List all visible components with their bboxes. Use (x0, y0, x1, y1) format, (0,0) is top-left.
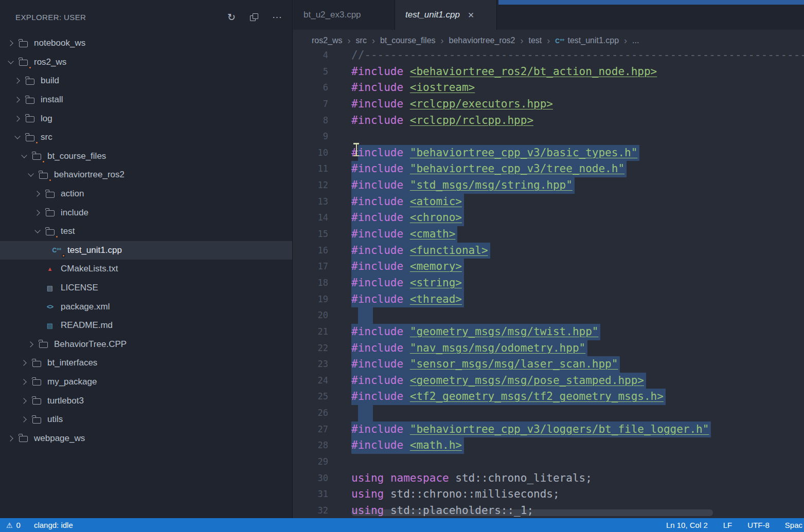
chevron-down-icon[interactable] (5, 61, 16, 63)
tree-item-LICENSE[interactable]: ▤LICENSE (0, 279, 292, 298)
language-server-status[interactable]: clangd: idle (34, 521, 73, 529)
code-line-15[interactable]: 15#include <cmath> (293, 226, 804, 243)
tree-item-include[interactable]: include (0, 203, 292, 222)
horizontal-scrollbar[interactable] (351, 509, 713, 516)
indentation-indicator[interactable]: Spac (785, 521, 802, 529)
problems-indicator[interactable]: ⚠ 0 (6, 521, 21, 529)
code-line-6[interactable]: 6#include <iostream> (293, 80, 804, 96)
code-line-8[interactable]: 8#include <rclcpp/rclcpp.hpp> (293, 113, 804, 129)
encoding-indicator[interactable]: UTF-8 (747, 521, 770, 529)
tree-item-my_package[interactable]: my_package (0, 373, 292, 392)
breadcrumb-item-bt_course_files[interactable]: bt_course_files (380, 36, 436, 45)
tree-item-README.md[interactable]: ▤README.md (0, 316, 292, 335)
tree-item-BehaviorTree.CPP[interactable]: BehaviorTree.CPP (0, 335, 292, 354)
code-line-18[interactable]: 18#include <string> (293, 275, 804, 291)
code-line-21[interactable]: 21#include "geometry_msgs/msg/twist.hpp" (293, 324, 804, 340)
breadcrumb-item-test[interactable]: test (529, 36, 542, 45)
code-line-20[interactable]: 20 (293, 307, 804, 324)
breadcrumb-item-src[interactable]: src (356, 36, 367, 45)
code-text: #include <atomic> (351, 194, 462, 210)
tree-item-package.xml[interactable]: <>package.xml (0, 297, 292, 316)
refresh-icon[interactable]: ↻ (227, 11, 236, 23)
tree-item-ros2_ws[interactable]: ros2_ws (0, 53, 292, 72)
eol-indicator[interactable]: LF (723, 521, 732, 529)
chevron-right-icon[interactable] (19, 380, 30, 384)
collapse-folders-icon[interactable] (250, 13, 258, 21)
code-line-4[interactable]: 4//-------------------------------------… (293, 47, 804, 64)
file-tree: notebook_wsros2_wsbuildinstalllogsrcbt_c… (0, 34, 292, 448)
tree-item-label: utils (47, 414, 63, 425)
tree-item-action[interactable]: action (0, 185, 292, 204)
code-line-30[interactable]: 30using namespace std::chrono_literals; (293, 470, 804, 487)
tree-item-bt_course_files[interactable]: bt_course_files (0, 147, 292, 166)
chevron-right-icon[interactable] (12, 117, 23, 121)
chevron-right-icon[interactable] (12, 98, 23, 102)
code-line-25[interactable]: 25#include <tf2_geometry_msgs/tf2_geomet… (293, 389, 804, 405)
chevron-right-icon[interactable] (19, 361, 30, 365)
code-text: #include "behaviortree_cpp_v3/loggers/bt… (351, 421, 709, 438)
chevron-right-icon[interactable] (19, 399, 30, 403)
tree-item-src[interactable]: src (0, 128, 292, 147)
chevron-right-icon[interactable] (32, 192, 43, 196)
code-line-9[interactable]: 9 (293, 129, 804, 145)
code-line-13[interactable]: 13#include <atomic> (293, 194, 804, 210)
chevron-right-icon[interactable] (19, 417, 30, 421)
chevron-down-icon[interactable] (25, 174, 37, 176)
code-line-23[interactable]: 23#include "sensor_msgs/msg/laser_scan.h… (293, 356, 804, 373)
code-line-17[interactable]: 17#include <memory> (293, 259, 804, 275)
tree-item-test[interactable]: test (0, 222, 292, 241)
breadcrumb-item-ros2_ws[interactable]: ros2_ws (312, 36, 343, 45)
tab-bt_u2_ex3.cpp[interactable]: bt_u2_ex3.cpp (293, 0, 395, 30)
line-number: 8 (293, 113, 328, 129)
cpp-file-icon: C++ (555, 36, 564, 45)
code-line-5[interactable]: 5#include <behaviortree_ros2/bt_action_n… (293, 64, 804, 80)
tree-item-bt_interfaces[interactable]: bt_interfaces (0, 354, 292, 373)
code-line-29[interactable]: 29 (293, 454, 804, 470)
code-line-19[interactable]: 19#include <thread> (293, 291, 804, 308)
chevron-right-icon[interactable] (12, 79, 23, 83)
tree-item-label: README.md (61, 320, 113, 331)
code-line-28[interactable]: 28#include <math.h> (293, 437, 804, 454)
code-line-14[interactable]: 14#include <chrono> (293, 210, 804, 226)
chevron-right-icon[interactable] (5, 436, 16, 441)
tree-item-notebook_ws[interactable]: notebook_ws (0, 34, 292, 53)
code-line-16[interactable]: 16#include <functional> (293, 243, 804, 259)
breadcrumb-item-test_unit1.cpp[interactable]: C++test_unit1.cpp (555, 36, 619, 45)
code-line-11[interactable]: 11#include "behaviortree_cpp_v3/tree_nod… (293, 161, 804, 177)
close-tab-icon[interactable]: × (468, 9, 474, 21)
code-text: //--------------------------------------… (351, 47, 804, 64)
cursor-position[interactable]: Ln 10, Col 2 (666, 521, 708, 529)
collapse-folders-icon (250, 13, 258, 21)
license-file-icon: ▤ (43, 282, 57, 293)
code-line-26[interactable]: 26 (293, 405, 804, 421)
code-line-10[interactable]: 10#include "behaviortree_cpp_v3/basic_ty… (293, 145, 804, 161)
tree-item-test_unit1.cpp[interactable]: C++test_unit1.cpp (0, 241, 292, 260)
chevron-down-icon[interactable] (12, 136, 23, 138)
code-line-22[interactable]: 22#include "nav_msgs/msg/odometry.hpp" (293, 340, 804, 357)
code-line-27[interactable]: 27#include "behaviortree_cpp_v3/loggers/… (293, 421, 804, 438)
code-text: #include <geometry_msgs/msg/pose_stamped… (351, 373, 644, 389)
code-editor[interactable]: 4//-------------------------------------… (293, 47, 804, 518)
tree-item-build[interactable]: build (0, 71, 292, 90)
code-line-31[interactable]: 31using std::chrono::milliseconds; (293, 486, 804, 503)
chevron-down-icon[interactable] (32, 230, 43, 232)
breadcrumb-item-behaviortree_ros2[interactable]: behaviortree_ros2 (449, 36, 515, 45)
code-line-24[interactable]: 24#include <geometry_msgs/msg/pose_stamp… (293, 373, 804, 389)
tree-item-utils[interactable]: utils (0, 410, 292, 429)
tree-item-turtlebot3[interactable]: turtlebot3 (0, 391, 292, 410)
tree-item-CMakeLists.txt[interactable]: ▲CMakeLists.txt (0, 260, 292, 279)
code-line-12[interactable]: 12#include "std_msgs/msg/string.hpp" (293, 177, 804, 194)
tree-item-install[interactable]: install (0, 90, 292, 109)
tab-label: bt_u2_ex3.cpp (303, 10, 361, 20)
tab-test_unit1.cpp[interactable]: test_unit1.cpp× (395, 0, 497, 30)
chevron-right-icon[interactable] (25, 342, 37, 346)
more-actions-icon[interactable]: ··· (272, 11, 282, 23)
chevron-right-icon[interactable] (32, 211, 43, 215)
chevron-down-icon[interactable] (19, 155, 30, 157)
tree-item-behaviortree_ros2[interactable]: behaviortree_ros2 (0, 166, 292, 185)
tree-item-webpage_ws[interactable]: webpage_ws (0, 429, 292, 448)
tree-item-log[interactable]: log (0, 109, 292, 128)
breadcrumb-item-...[interactable]: ... (632, 36, 639, 45)
code-line-7[interactable]: 7#include <rclcpp/executors.hpp> (293, 96, 804, 113)
chevron-right-icon[interactable] (5, 41, 16, 45)
